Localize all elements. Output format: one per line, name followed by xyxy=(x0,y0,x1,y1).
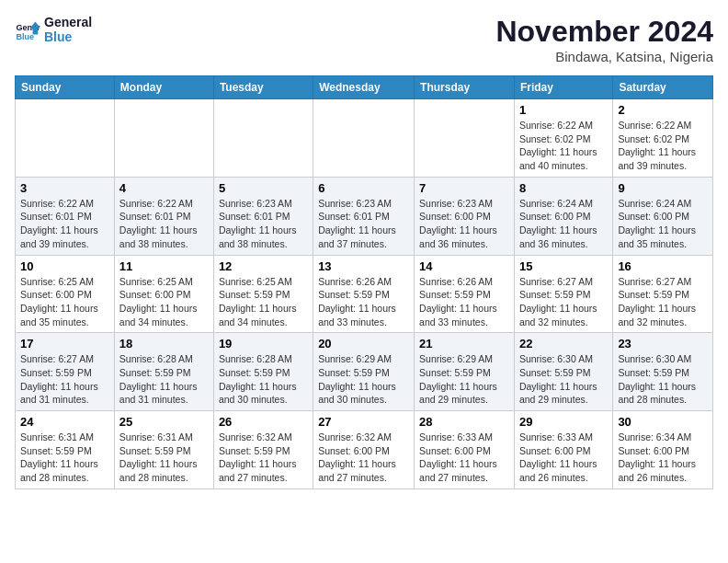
cell-info: Sunrise: 6:24 AMSunset: 6:00 PMDaylight:… xyxy=(618,197,708,251)
header-wednesday: Wednesday xyxy=(313,76,415,99)
week-row-2: 3Sunrise: 6:22 AMSunset: 6:01 PMDaylight… xyxy=(16,177,713,255)
cell-info: Sunrise: 6:26 AMSunset: 5:59 PMDaylight:… xyxy=(419,275,509,329)
day-number: 14 xyxy=(419,259,509,273)
day-number: 8 xyxy=(519,181,608,195)
header-thursday: Thursday xyxy=(415,76,515,99)
logo-icon: General Blue xyxy=(15,17,40,42)
day-number: 16 xyxy=(618,259,708,273)
calendar-cell: 18Sunrise: 6:28 AMSunset: 5:59 PMDayligh… xyxy=(114,333,213,411)
calendar-cell: 20Sunrise: 6:29 AMSunset: 5:59 PMDayligh… xyxy=(313,333,415,411)
week-row-5: 24Sunrise: 6:31 AMSunset: 5:59 PMDayligh… xyxy=(16,411,713,489)
calendar-cell xyxy=(16,99,115,178)
calendar-cell: 10Sunrise: 6:25 AMSunset: 6:00 PMDayligh… xyxy=(16,255,115,333)
day-number: 20 xyxy=(318,337,409,350)
cell-info: Sunrise: 6:29 AMSunset: 5:59 PMDaylight:… xyxy=(419,352,509,407)
location-title: Bindawa, Katsina, Nigeria xyxy=(495,49,713,64)
calendar-cell: 7Sunrise: 6:23 AMSunset: 6:00 PMDaylight… xyxy=(415,177,515,255)
cell-info: Sunrise: 6:28 AMSunset: 5:59 PMDaylight:… xyxy=(119,352,209,407)
week-row-3: 10Sunrise: 6:25 AMSunset: 6:00 PMDayligh… xyxy=(16,255,713,333)
calendar-cell: 21Sunrise: 6:29 AMSunset: 5:59 PMDayligh… xyxy=(415,333,515,411)
calendar-cell: 24Sunrise: 6:31 AMSunset: 5:59 PMDayligh… xyxy=(16,411,115,489)
cell-info: Sunrise: 6:22 AMSunset: 6:01 PMDaylight:… xyxy=(119,197,209,251)
day-number: 9 xyxy=(618,181,708,195)
cell-info: Sunrise: 6:34 AMSunset: 6:00 PMDaylight:… xyxy=(618,431,708,485)
day-number: 26 xyxy=(219,415,308,429)
cell-info: Sunrise: 6:30 AMSunset: 5:59 PMDaylight:… xyxy=(618,352,708,407)
calendar-cell: 17Sunrise: 6:27 AMSunset: 5:59 PMDayligh… xyxy=(16,333,115,411)
day-number: 19 xyxy=(219,337,308,350)
header-sunday: Sunday xyxy=(16,76,115,99)
calendar-cell: 9Sunrise: 6:24 AMSunset: 6:00 PMDaylight… xyxy=(613,177,713,255)
calendar-cell xyxy=(415,99,515,178)
day-number: 13 xyxy=(318,259,409,273)
calendar-cell: 14Sunrise: 6:26 AMSunset: 5:59 PMDayligh… xyxy=(415,255,515,333)
calendar-cell: 11Sunrise: 6:25 AMSunset: 6:00 PMDayligh… xyxy=(114,255,213,333)
cell-info: Sunrise: 6:26 AMSunset: 5:59 PMDaylight:… xyxy=(318,275,409,329)
cell-info: Sunrise: 6:33 AMSunset: 6:00 PMDaylight:… xyxy=(519,431,608,485)
calendar-cell: 27Sunrise: 6:32 AMSunset: 6:00 PMDayligh… xyxy=(313,411,415,489)
cell-info: Sunrise: 6:28 AMSunset: 5:59 PMDaylight:… xyxy=(219,352,308,407)
calendar-cell: 12Sunrise: 6:25 AMSunset: 5:59 PMDayligh… xyxy=(213,255,313,333)
day-number: 12 xyxy=(219,259,308,273)
cell-info: Sunrise: 6:22 AMSunset: 6:01 PMDaylight:… xyxy=(20,197,109,251)
calendar-cell: 1Sunrise: 6:22 AMSunset: 6:02 PMDaylight… xyxy=(514,99,612,178)
calendar-cell: 29Sunrise: 6:33 AMSunset: 6:00 PMDayligh… xyxy=(514,411,612,489)
calendar-cell: 28Sunrise: 6:33 AMSunset: 6:00 PMDayligh… xyxy=(415,411,515,489)
cell-info: Sunrise: 6:25 AMSunset: 6:00 PMDaylight:… xyxy=(119,275,209,329)
header-monday: Monday xyxy=(114,76,213,99)
cell-info: Sunrise: 6:23 AMSunset: 6:01 PMDaylight:… xyxy=(219,197,308,251)
calendar-cell: 25Sunrise: 6:31 AMSunset: 5:59 PMDayligh… xyxy=(114,411,213,489)
day-number: 2 xyxy=(618,103,708,117)
day-number: 22 xyxy=(519,337,608,350)
day-number: 15 xyxy=(519,259,608,273)
calendar-cell: 19Sunrise: 6:28 AMSunset: 5:59 PMDayligh… xyxy=(213,333,313,411)
svg-text:Blue: Blue xyxy=(16,32,34,41)
calendar-header-row: SundayMondayTuesdayWednesdayThursdayFrid… xyxy=(16,76,713,99)
calendar-cell: 5Sunrise: 6:23 AMSunset: 6:01 PMDaylight… xyxy=(213,177,313,255)
cell-info: Sunrise: 6:27 AMSunset: 5:59 PMDaylight:… xyxy=(20,352,109,407)
cell-info: Sunrise: 6:23 AMSunset: 6:00 PMDaylight:… xyxy=(419,197,509,251)
cell-info: Sunrise: 6:31 AMSunset: 5:59 PMDaylight:… xyxy=(119,431,209,485)
day-number: 1 xyxy=(519,103,608,117)
day-number: 25 xyxy=(119,415,209,429)
logo-text-line2: Blue xyxy=(44,29,92,44)
calendar-cell xyxy=(213,99,313,178)
cell-info: Sunrise: 6:32 AMSunset: 5:59 PMDaylight:… xyxy=(219,431,308,485)
cell-info: Sunrise: 6:30 AMSunset: 5:59 PMDaylight:… xyxy=(519,352,608,407)
calendar-table: SundayMondayTuesdayWednesdayThursdayFrid… xyxy=(15,75,713,489)
calendar-cell: 3Sunrise: 6:22 AMSunset: 6:01 PMDaylight… xyxy=(16,177,115,255)
day-number: 7 xyxy=(419,181,509,195)
calendar-cell: 23Sunrise: 6:30 AMSunset: 5:59 PMDayligh… xyxy=(613,333,713,411)
cell-info: Sunrise: 6:22 AMSunset: 6:02 PMDaylight:… xyxy=(519,119,608,173)
header-friday: Friday xyxy=(514,76,612,99)
day-number: 23 xyxy=(618,337,708,350)
cell-info: Sunrise: 6:27 AMSunset: 5:59 PMDaylight:… xyxy=(519,275,608,329)
day-number: 3 xyxy=(20,181,109,195)
day-number: 17 xyxy=(20,337,109,350)
day-number: 29 xyxy=(519,415,608,429)
day-number: 5 xyxy=(219,181,308,195)
calendar-cell: 26Sunrise: 6:32 AMSunset: 5:59 PMDayligh… xyxy=(213,411,313,489)
week-row-1: 1Sunrise: 6:22 AMSunset: 6:02 PMDaylight… xyxy=(16,99,713,178)
header-tuesday: Tuesday xyxy=(213,76,313,99)
header-saturday: Saturday xyxy=(613,76,713,99)
week-row-4: 17Sunrise: 6:27 AMSunset: 5:59 PMDayligh… xyxy=(16,333,713,411)
calendar-cell: 15Sunrise: 6:27 AMSunset: 5:59 PMDayligh… xyxy=(514,255,612,333)
calendar-cell xyxy=(313,99,415,178)
calendar-cell: 30Sunrise: 6:34 AMSunset: 6:00 PMDayligh… xyxy=(613,411,713,489)
cell-info: Sunrise: 6:33 AMSunset: 6:00 PMDaylight:… xyxy=(419,431,509,485)
cell-info: Sunrise: 6:23 AMSunset: 6:01 PMDaylight:… xyxy=(318,197,409,251)
month-title: November 2024 xyxy=(495,15,713,49)
title-area: November 2024 Bindawa, Katsina, Nigeria xyxy=(495,15,713,64)
logo-text-line1: General xyxy=(44,15,92,29)
day-number: 11 xyxy=(119,259,209,273)
logo: General Blue General Blue xyxy=(15,15,92,44)
day-number: 21 xyxy=(419,337,509,350)
header: General Blue General Blue November 2024 … xyxy=(15,15,713,64)
day-number: 24 xyxy=(20,415,109,429)
cell-info: Sunrise: 6:29 AMSunset: 5:59 PMDaylight:… xyxy=(318,352,409,407)
calendar-cell: 6Sunrise: 6:23 AMSunset: 6:01 PMDaylight… xyxy=(313,177,415,255)
calendar-cell: 16Sunrise: 6:27 AMSunset: 5:59 PMDayligh… xyxy=(613,255,713,333)
day-number: 10 xyxy=(20,259,109,273)
cell-info: Sunrise: 6:22 AMSunset: 6:02 PMDaylight:… xyxy=(618,119,708,173)
